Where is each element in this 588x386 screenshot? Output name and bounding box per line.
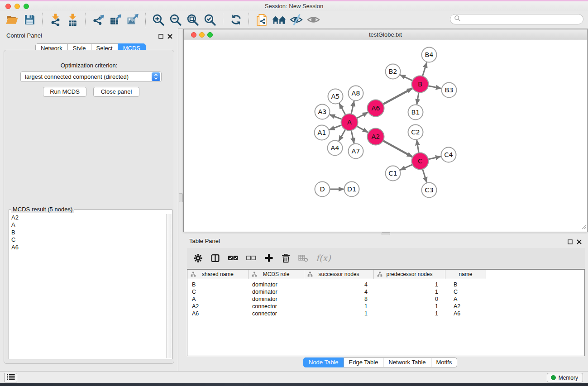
zoom-out-button[interactable] — [167, 13, 184, 27]
column-header-shared-name[interactable]: shared name — [187, 270, 249, 279]
select-all-checkboxes-button[interactable] — [228, 253, 238, 263]
table-cell[interactable]: A — [445, 296, 486, 302]
graph-node-B3[interactable]: B3 — [442, 83, 457, 98]
table-cell[interactable]: A — [187, 296, 249, 302]
export-network-button[interactable] — [90, 13, 107, 27]
table-tab-node-table[interactable]: Node Table — [303, 357, 344, 367]
table-row[interactable]: A2connector11A2 — [187, 303, 584, 310]
graph-edge-B-B1[interactable] — [417, 92, 419, 104]
deselect-all-checkboxes-button[interactable] — [246, 253, 256, 263]
table-cell[interactable]: 1 — [374, 281, 445, 288]
mcds-result-item[interactable]: B — [10, 229, 166, 236]
table-cell[interactable]: A2 — [445, 303, 486, 310]
graph-edge-A-A2[interactable] — [357, 126, 368, 133]
network-window-titlebar[interactable]: testGlobe.txt — [184, 29, 587, 40]
table-cell[interactable]: 0 — [374, 296, 445, 302]
table-cell[interactable]: connector — [249, 310, 304, 317]
mcds-result-item[interactable]: C — [10, 236, 166, 243]
table-cell[interactable]: 1 — [374, 289, 445, 295]
graph-edge-A2-C[interactable] — [383, 141, 412, 157]
graph-node-A1[interactable]: A1 — [315, 125, 330, 140]
mcds-result-item[interactable]: A6 — [10, 244, 166, 251]
table-cell[interactable]: dominator — [249, 296, 304, 302]
mcds-result-list[interactable]: A2ABCA6 — [10, 214, 166, 358]
table-cell[interactable]: 8 — [304, 296, 374, 302]
table-row[interactable]: Bdominator41B — [187, 281, 584, 288]
close-panel-icon[interactable] — [577, 238, 582, 246]
graph-node-C4[interactable]: C4 — [441, 148, 456, 162]
graph-edge-C-C3[interactable] — [423, 169, 427, 183]
table-cell[interactable]: 1 — [304, 303, 374, 310]
table-cell[interactable]: C — [187, 289, 249, 295]
mcds-result-item[interactable]: A2 — [10, 214, 166, 221]
export-image-button[interactable] — [124, 13, 141, 27]
graph-edge-C-C1[interactable] — [400, 165, 412, 170]
table-cell[interactable]: dominator — [249, 289, 304, 295]
graph-node-A7[interactable]: A7 — [349, 144, 363, 159]
table-cell[interactable]: dominator — [249, 281, 304, 288]
column-header-mcds-role[interactable]: MCDS role — [249, 270, 304, 279]
settings-gear-button[interactable] — [193, 253, 203, 263]
graph-node-D[interactable]: D — [315, 182, 330, 197]
hide-selected-button[interactable] — [287, 13, 305, 27]
open-session-button[interactable] — [4, 13, 21, 27]
column-header-predecessor-nodes[interactable]: predecessor nodes — [374, 270, 445, 279]
graph-node-C[interactable]: C — [412, 153, 429, 170]
graph-edge-A-A3[interactable] — [330, 114, 341, 119]
graph-edge-C-C2[interactable] — [417, 140, 419, 152]
table-cell[interactable]: 1 — [304, 310, 374, 317]
close-panel-icon[interactable] — [167, 33, 172, 41]
table-cell[interactable]: 4 — [304, 289, 374, 295]
graph-edge-A-A6[interactable] — [357, 112, 368, 118]
graph-edge-A-A1[interactable] — [329, 125, 341, 130]
graph-node-C1[interactable]: C1 — [386, 166, 401, 181]
export-table-button[interactable] — [107, 13, 124, 27]
show-all-button[interactable] — [305, 13, 322, 27]
network-graph[interactable]: B4B2BB3A8A5A6A3B1AA1C2A2A4A7C4CC1DD1C3 — [184, 40, 587, 232]
graph-edge-B-B3[interactable] — [428, 86, 441, 89]
first-neighbors-button[interactable] — [270, 13, 287, 27]
graph-edge-A-A8[interactable] — [351, 101, 354, 114]
zoom-in-button[interactable] — [150, 13, 167, 27]
graph-node-B4[interactable]: B4 — [422, 48, 437, 62]
task-history-button[interactable] — [4, 373, 17, 382]
graph-node-A2[interactable]: A2 — [368, 129, 384, 145]
zoom-fit-button[interactable] — [184, 13, 201, 27]
table-cell[interactable]: 1 — [374, 303, 445, 310]
graph-node-A4[interactable]: A4 — [328, 141, 343, 156]
zoom-selected-button[interactable] — [201, 13, 219, 27]
table-tab-edge-table[interactable]: Edge Table — [344, 357, 384, 367]
table-cell[interactable]: 1 — [374, 310, 445, 317]
table-tab-network-table[interactable]: Network Table — [383, 357, 431, 367]
graph-edge-B-B2[interactable] — [400, 75, 412, 81]
search-input[interactable] — [461, 16, 583, 23]
graph-node-A5[interactable]: A5 — [328, 89, 343, 104]
table-cell[interactable]: A6 — [187, 310, 249, 317]
column-header-name[interactable]: name — [445, 270, 486, 279]
column-header-successor-nodes[interactable]: successor nodes — [304, 270, 374, 279]
graph-node-D1[interactable]: D1 — [344, 182, 359, 197]
import-table-button[interactable] — [64, 13, 81, 27]
optimization-criterion-dropdown[interactable]: largest connected component (directed) — [20, 71, 162, 82]
network-canvas[interactable]: B4B2BB3A8A5A6A3B1AA1C2A2A4A7C4CC1DD1C3 — [184, 40, 587, 232]
import-network-button[interactable] — [47, 13, 64, 27]
search-field[interactable] — [450, 14, 583, 24]
graph-edge-A-A7[interactable] — [351, 130, 354, 143]
column-layout-button[interactable] — [210, 253, 220, 263]
run-mcds-button[interactable]: Run MCDS — [43, 87, 86, 97]
table-cell[interactable]: B — [445, 281, 486, 288]
vertical-splitter-handle[interactable] — [179, 193, 183, 202]
save-session-button[interactable] — [21, 13, 38, 27]
table-cell[interactable]: A6 — [445, 310, 486, 317]
graph-node-A3[interactable]: A3 — [315, 105, 330, 119]
float-panel-icon[interactable] — [158, 33, 163, 41]
graph-node-A6[interactable]: A6 — [368, 100, 384, 117]
close-panel-button[interactable]: Close panel — [93, 87, 139, 97]
table-cell[interactable]: A2 — [187, 303, 249, 310]
refresh-button[interactable] — [227, 13, 244, 27]
table-cell[interactable]: connector — [249, 303, 304, 310]
table-tab-motifs[interactable]: Motifs — [431, 357, 458, 367]
graph-node-C3[interactable]: C3 — [422, 183, 437, 198]
table-cell[interactable]: B — [187, 281, 249, 288]
new-network-from-selection-button[interactable] — [253, 13, 270, 27]
